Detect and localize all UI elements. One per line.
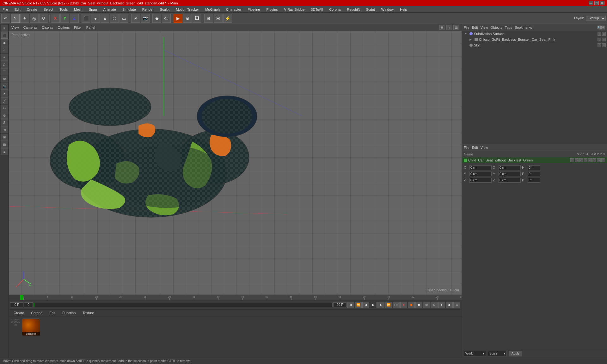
tab-create[interactable]: Create <box>10 310 28 316</box>
material-backless-thumb[interactable]: Backless <box>22 318 40 336</box>
attr-edit-menu[interactable]: Edit <box>472 146 478 149</box>
record2-btn[interactable]: ● <box>438 302 445 308</box>
tool-sphere[interactable]: ◉ <box>1 39 8 46</box>
toolbar-workplane-btn[interactable]: ⊞ <box>214 14 223 23</box>
y-size-field[interactable] <box>499 172 521 176</box>
tool-knife[interactable]: ✂ <box>1 105 8 112</box>
toolbar-y-btn[interactable]: Y <box>60 14 69 23</box>
menu-file[interactable]: File <box>1 8 9 11</box>
tool-circle[interactable]: ○ <box>1 46 8 53</box>
tool-bend[interactable]: ⌒ <box>1 68 8 75</box>
y-pos-field[interactable] <box>469 172 492 176</box>
obj-tags-menu[interactable]: Tags <box>505 26 512 29</box>
apply-button[interactable]: Apply <box>509 351 522 356</box>
maximize-button[interactable]: □ <box>594 1 599 5</box>
toolbar-cylinder-btn[interactable]: ⬡ <box>110 14 119 23</box>
attr-file-menu[interactable]: File <box>464 146 469 149</box>
menu-mograph[interactable]: MoGraph <box>204 8 221 11</box>
autokey-btn[interactable]: ⏺ <box>408 302 415 308</box>
toolbar-camera-btn[interactable]: 📷 <box>141 14 150 23</box>
viewport-view-menu[interactable]: View <box>11 26 19 29</box>
next-key-btn[interactable]: ⏩ <box>385 302 392 308</box>
obj-render-1[interactable]: □ <box>602 32 606 36</box>
tool-camera[interactable]: 📷 <box>1 83 8 90</box>
obj-vis-3[interactable]: □ <box>598 43 601 47</box>
play-btn[interactable]: ▶ <box>370 302 377 308</box>
close-button[interactable]: ✕ <box>600 1 604 5</box>
attr-view-menu[interactable]: View <box>481 146 488 149</box>
toolbar-material-btn[interactable]: ◆ <box>152 14 161 23</box>
obj-vis-1[interactable]: □ <box>598 32 601 36</box>
tool-light[interactable]: ☀ <box>1 90 8 97</box>
sel-icon-2[interactable]: □ <box>575 158 579 162</box>
tool-grid[interactable]: ⊞ <box>1 134 8 141</box>
obj-vis-2[interactable]: □ <box>598 38 601 41</box>
menu-simulate[interactable]: Simulate <box>121 8 137 11</box>
preview-btn[interactable]: ■ <box>415 302 422 308</box>
menu-sculpt[interactable]: Sculpt <box>159 8 171 11</box>
obj-chicco[interactable]: ▶ Chicco_GoFit_Backless_Booster_Car_Seat… <box>462 37 607 42</box>
tool-symmetry[interactable]: S <box>1 119 8 126</box>
menu-help[interactable]: Help <box>399 8 408 11</box>
keyframe-btn[interactable]: ◆ <box>446 302 453 308</box>
sel-icon-1[interactable]: □ <box>570 158 574 162</box>
scale-dropdown[interactable]: Scale ▾ <box>488 351 507 356</box>
sync-btn[interactable]: ⊛ <box>423 302 430 308</box>
toolbar-tag-btn[interactable]: 🏷 <box>162 14 171 23</box>
obj-edit-menu[interactable]: Edit <box>472 26 478 29</box>
z-pos-field[interactable] <box>469 178 492 183</box>
end-frame-field[interactable] <box>333 302 346 307</box>
tool-line[interactable]: ╱ <box>1 97 8 104</box>
toolbar-cube-btn[interactable]: ⬛ <box>82 14 90 23</box>
tool-paint[interactable]: ◈ <box>1 148 8 155</box>
tool-pointer[interactable]: ↖ <box>1 25 8 32</box>
timeline-ruler[interactable]: 051015202530354045505560657075808590 <box>23 295 462 300</box>
menu-animate[interactable]: Animate <box>102 8 117 11</box>
goto-start-btn[interactable]: ⏮ <box>347 302 354 308</box>
prev-key-btn[interactable]: ⏪ <box>355 302 362 308</box>
toolbar-snap-btn[interactable]: ⊕ <box>204 14 213 23</box>
menu-3dtoall[interactable]: 3DToAll <box>310 8 324 11</box>
minimize-button[interactable]: — <box>589 1 593 5</box>
toolbar-z-btn[interactable]: Z <box>70 14 79 23</box>
viewport-filter-menu[interactable]: Filter <box>74 26 82 29</box>
x-pos-field[interactable] <box>469 165 492 170</box>
tool-magnet[interactable]: ⊙ <box>1 112 8 119</box>
menu-snap[interactable]: Snap <box>88 8 98 11</box>
tool-array[interactable]: ⊞ <box>1 76 8 82</box>
menu-window[interactable]: Window <box>380 8 395 11</box>
menu-pipeline[interactable]: Pipeline <box>246 8 261 11</box>
menu-select[interactable]: Select <box>42 8 55 11</box>
tool-cube[interactable]: ⬛ <box>1 32 8 39</box>
sel-icon-6[interactable]: □ <box>592 158 596 162</box>
menu-render[interactable]: Render <box>141 8 155 11</box>
menu-corona[interactable]: Corona <box>328 8 342 11</box>
timeline-scrubber[interactable] <box>34 303 333 307</box>
menu-mesh[interactable]: Mesh <box>73 8 84 11</box>
fps-field[interactable] <box>24 302 33 307</box>
world-dropdown[interactable]: World ▾ <box>464 351 486 356</box>
menu-character[interactable]: Character <box>225 8 242 11</box>
toolbar-plane-btn[interactable]: ▭ <box>120 14 128 23</box>
menu-v-ray-bridge[interactable]: V-Ray Bridge <box>283 8 306 11</box>
obj-render-2[interactable]: □ <box>602 38 606 41</box>
obj-settings-icon[interactable]: ⚙ <box>601 26 605 29</box>
selected-object-row[interactable]: Child_Car_Seat_without_Backrest_Green □ … <box>462 157 607 163</box>
menu-redshift[interactable]: Redshift <box>346 8 361 11</box>
toolbar-rendersettings-btn[interactable]: ⚙ <box>183 14 192 23</box>
obj-sky[interactable]: Sky □ □ <box>462 42 607 48</box>
sel-icon-8[interactable]: □ <box>601 158 605 162</box>
obj-search-icon[interactable]: 🔍 <box>597 26 601 29</box>
toolbar-x-btn[interactable]: X <box>51 14 60 23</box>
viewport-expand-btn[interactable]: ⊞ <box>439 25 445 30</box>
toolbar-sphere-btn[interactable]: ● <box>91 14 100 23</box>
toolbar-rotate-btn[interactable]: ↺ <box>39 14 48 23</box>
tool-polygon[interactable]: ⬡ <box>1 61 8 68</box>
viewport-cameras-menu[interactable]: Cameras <box>23 26 38 29</box>
toolbar-move-btn[interactable]: ✦ <box>20 14 29 23</box>
motion-btn[interactable]: ⊕ <box>431 302 438 308</box>
obj-bookmarks-menu[interactable]: Bookmarks <box>515 26 532 29</box>
tab-edit[interactable]: Edit <box>46 310 59 316</box>
viewport-display-menu[interactable]: Display <box>42 26 53 29</box>
tab-corona[interactable]: Corona <box>28 310 46 316</box>
